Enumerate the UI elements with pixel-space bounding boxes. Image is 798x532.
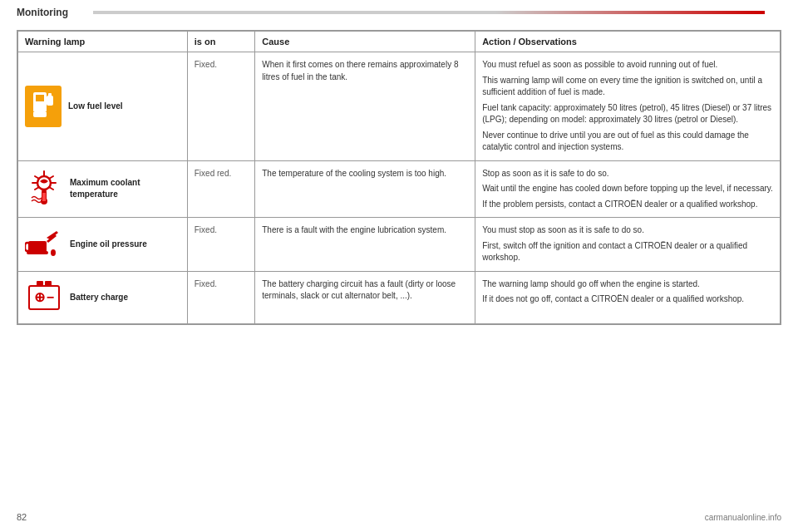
col-header-lamp: Warning lamp xyxy=(18,32,188,52)
footer-logo: carmanualonline.info xyxy=(705,513,781,522)
page-number: 82 xyxy=(17,512,27,522)
col-header-action: Action / Observations xyxy=(475,32,781,52)
coolant-name: Maximum coolant temperature xyxy=(70,177,180,200)
action-cell-oil: You must stop as soon as it is safe to d… xyxy=(475,218,781,272)
svg-rect-7 xyxy=(42,193,46,201)
action-cell-coolant: Stop as soon as it is safe to do so.Wait… xyxy=(475,160,781,218)
table-row: ⊕ − Battery charge Fixed.The battery cha… xyxy=(18,271,781,323)
page-title: Monitoring xyxy=(17,7,68,18)
battery-icon: ⊕ − xyxy=(25,278,63,317)
lamp-cell-coolant: Maximum coolant temperature xyxy=(18,160,188,218)
col-header-ison: is on xyxy=(187,32,255,52)
lamp-cell-fuel: Low fuel level xyxy=(18,52,188,161)
lamp-cell-oil: Engine oil pressure xyxy=(18,218,188,272)
svg-rect-10 xyxy=(27,251,48,254)
oil-icon xyxy=(25,226,63,263)
fuel-icon xyxy=(25,86,62,127)
svg-point-11 xyxy=(51,249,56,256)
fuel-name: Low fuel level xyxy=(68,101,123,112)
page-header: Monitoring xyxy=(0,0,798,22)
table-row: Maximum coolant temperature Fixed red.Th… xyxy=(18,160,781,218)
cause-cell-coolant: The temperature of the cooling system is… xyxy=(255,160,475,218)
table-row: Low fuel level Fixed.When it first comes… xyxy=(18,52,781,161)
svg-rect-3 xyxy=(48,93,52,97)
is-on-cell-oil: Fixed. xyxy=(187,218,255,272)
action-cell-battery: The warning lamp should go off when the … xyxy=(475,271,781,323)
cause-cell-oil: There is a fault with the engine lubrica… xyxy=(255,218,475,272)
oil-name: Engine oil pressure xyxy=(70,239,147,250)
cause-cell-battery: The battery charging circuit has a fault… xyxy=(255,271,475,323)
action-cell-fuel: You must refuel as soon as possible to a… xyxy=(475,52,781,161)
battery-name: Battery charge xyxy=(70,292,128,303)
warning-table: Warning lamp is on Cause Action / Observ… xyxy=(17,31,781,324)
is-on-cell-battery: Fixed. xyxy=(187,271,255,323)
svg-rect-1 xyxy=(36,95,44,101)
table-wrapper: Warning lamp is on Cause Action / Observ… xyxy=(17,30,781,325)
cause-cell-fuel: When it first comes on there remains app… xyxy=(255,52,475,161)
header-bar xyxy=(93,11,765,14)
table-row: Engine oil pressure Fixed.There is a fau… xyxy=(18,218,781,272)
col-header-cause: Cause xyxy=(255,32,475,52)
is-on-cell-fuel: Fixed. xyxy=(187,52,255,161)
lamp-cell-battery: ⊕ − Battery charge xyxy=(18,271,188,323)
svg-rect-12 xyxy=(25,243,30,251)
coolant-icon xyxy=(25,168,63,209)
is-on-cell-coolant: Fixed red. xyxy=(187,160,255,218)
